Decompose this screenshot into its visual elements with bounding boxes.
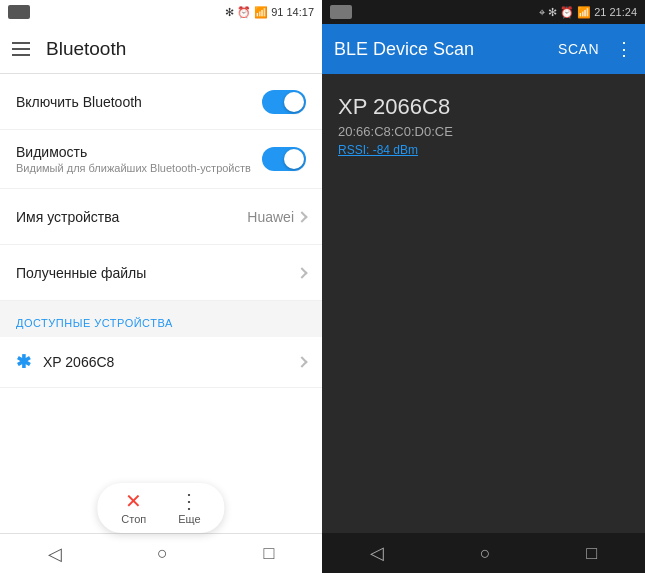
status-icons-right: ⌖ ✻ ⏰ 📶 21 21:24 [539, 6, 637, 19]
time-left: 14:17 [286, 6, 314, 18]
stop-button[interactable]: ✕ Стоп [121, 491, 146, 525]
device-name-chevron [296, 211, 307, 222]
nav-bar-left: ◁ ○ □ [0, 533, 322, 573]
device-item-xp[interactable]: ✱ XP 2066C8 [0, 337, 322, 388]
signal-icon: 📶 [254, 6, 268, 19]
avatar-left [8, 5, 30, 19]
setting-visibility[interactable]: Видимость Видимый для ближайших Bluetoot… [0, 130, 322, 189]
home-nav-left[interactable]: ○ [157, 543, 168, 564]
received-files-label: Полученные файлы [16, 265, 146, 281]
device-chevron [296, 356, 307, 367]
bluetooth-icon: ✱ [16, 351, 31, 373]
received-files-chevron [296, 267, 307, 278]
ble-page-title: BLE Device Scan [334, 39, 474, 60]
home-nav-right[interactable]: ○ [480, 543, 491, 564]
location-icon: ⌖ [539, 6, 545, 19]
visibility-sublabel: Видимый для ближайших Bluetooth-устройст… [16, 162, 251, 174]
avatar-right [330, 5, 352, 19]
available-devices-section: ДОСТУПНЫЕ УСТРОЙСТВА [0, 301, 322, 337]
more-button[interactable]: ⋮ Еще [178, 491, 200, 525]
alarm-icon: ⏰ [237, 6, 251, 19]
toolbar-right: BLE Device Scan SCAN ⋮ [322, 24, 645, 74]
nav-bar-right: ◁ ○ □ [322, 533, 645, 573]
device-name-value: Huawei [247, 209, 294, 225]
stop-icon: ✕ [125, 491, 142, 511]
bt-status-icon-right: ✻ [548, 6, 557, 19]
back-nav-left[interactable]: ◁ [48, 543, 62, 565]
status-bar-left: ✻ ⏰ 📶 91 14:17 [0, 0, 322, 24]
bt-status-icon: ✻ [225, 6, 234, 19]
setting-enable-bluetooth[interactable]: Включить Bluetooth [0, 74, 322, 130]
enable-bluetooth-label: Включить Bluetooth [16, 94, 142, 110]
scan-button[interactable]: SCAN [558, 41, 599, 57]
setting-received-files[interactable]: Полученные файлы [0, 245, 322, 301]
more-icon: ⋮ [179, 491, 199, 511]
status-icons-left: ✻ ⏰ 📶 91 14:17 [225, 6, 314, 19]
ble-device-rssi[interactable]: RSSI: -84 dBm [338, 143, 629, 157]
signal-icon-right: 📶 [577, 6, 591, 19]
visibility-label: Видимость [16, 144, 251, 160]
setting-device-name[interactable]: Имя устройства Huawei [0, 189, 322, 245]
right-panel: ⌖ ✻ ⏰ 📶 21 21:24 BLE Device Scan SCAN ⋮ … [322, 0, 645, 573]
recent-nav-left[interactable]: □ [263, 543, 274, 564]
device-item-name: XP 2066C8 [43, 354, 286, 370]
ble-device-mac: 20:66:C8:C0:D0:CE [338, 124, 629, 139]
ble-content: XP 2066C8 20:66:C8:C0:D0:CE RSSI: -84 dB… [322, 74, 645, 533]
back-nav-right[interactable]: ◁ [370, 542, 384, 564]
visibility-toggle[interactable] [262, 147, 306, 171]
page-title: Bluetooth [46, 38, 126, 60]
battery-right: 21 [594, 6, 606, 18]
ble-device-name: XP 2066C8 [338, 94, 629, 120]
alarm-icon-right: ⏰ [560, 6, 574, 19]
section-header-text: ДОСТУПНЫЕ УСТРОЙСТВА [16, 317, 173, 329]
toolbar-left: Bluetooth [0, 24, 322, 74]
battery-left: 91 [271, 6, 283, 18]
more-label: Еще [178, 513, 200, 525]
enable-bluetooth-toggle[interactable] [262, 90, 306, 114]
ble-device-card[interactable]: XP 2066C8 20:66:C8:C0:D0:CE RSSI: -84 dB… [338, 90, 629, 161]
menu-icon[interactable] [12, 42, 30, 56]
status-bar-right: ⌖ ✻ ⏰ 📶 21 21:24 [322, 0, 645, 24]
bottom-popup-menu: ✕ Стоп ⋮ Еще [97, 483, 224, 533]
recent-nav-right[interactable]: □ [586, 543, 597, 564]
stop-label: Стоп [121, 513, 146, 525]
time-right: 21:24 [609, 6, 637, 18]
device-name-label: Имя устройства [16, 209, 119, 225]
more-icon-right[interactable]: ⋮ [615, 38, 633, 60]
left-panel: ✻ ⏰ 📶 91 14:17 Bluetooth Включить Blueto… [0, 0, 322, 573]
